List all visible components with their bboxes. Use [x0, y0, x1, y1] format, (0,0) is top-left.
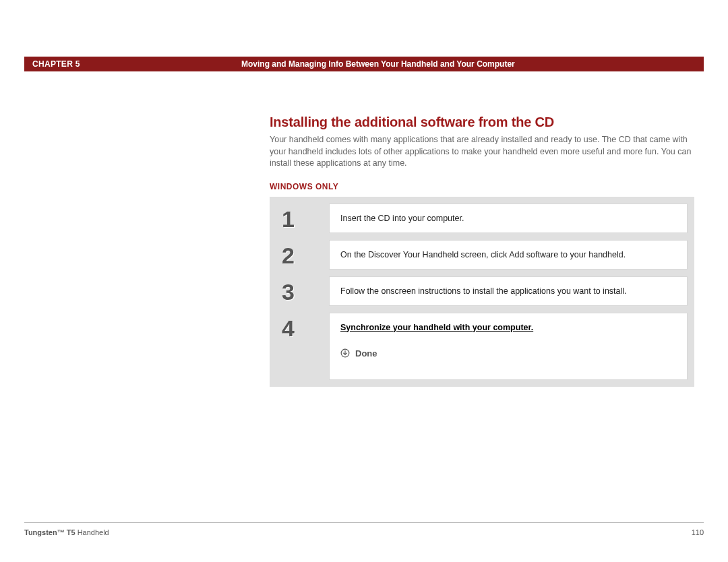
- product-name-rest: Handheld: [75, 528, 109, 536]
- step-body: On the Discover Your Handheld screen, cl…: [329, 240, 688, 270]
- chapter-label: CHAPTER 5: [32, 59, 221, 69]
- step-number: 2: [276, 240, 329, 270]
- chapter-header-bar: CHAPTER 5 Moving and Managing Info Betwe…: [24, 57, 704, 71]
- step-row-2: 2 On the Discover Your Handheld screen, …: [276, 240, 688, 270]
- step-body: Synchronize your handheld with your comp…: [329, 313, 688, 380]
- page-number: 110: [692, 528, 704, 536]
- section-intro: Your handheld comes with many applicatio…: [270, 134, 694, 170]
- done-indicator: Done: [340, 348, 377, 358]
- step-row-3: 3 Follow the onscreen instructions to in…: [276, 276, 688, 306]
- product-name-bold: Tungsten™ T5: [24, 528, 75, 536]
- steps-container: 1 Insert the CD into your computer. 2 On…: [270, 197, 694, 387]
- product-name: Tungsten™ T5 Handheld: [24, 528, 109, 536]
- footer: Tungsten™ T5 Handheld 110: [24, 528, 704, 536]
- step-row-1: 1 Insert the CD into your computer.: [276, 204, 688, 233]
- section-title: Installing the additional software from …: [270, 115, 694, 130]
- footer-divider: [24, 522, 704, 523]
- done-label: Done: [355, 348, 377, 358]
- chapter-title: Moving and Managing Info Between Your Ha…: [221, 59, 696, 69]
- document-page: CHAPTER 5 Moving and Managing Info Betwe…: [0, 0, 728, 562]
- step-row-4: 4 Synchronize your handheld with your co…: [276, 313, 688, 380]
- main-content: Installing the additional software from …: [270, 115, 694, 387]
- arrow-down-icon: [340, 348, 350, 358]
- step-number: 1: [276, 204, 329, 233]
- step-number: 4: [276, 313, 329, 380]
- step-body: Insert the CD into your computer.: [329, 204, 688, 233]
- synchronize-link[interactable]: Synchronize your handheld with your comp…: [340, 323, 533, 332]
- platform-label: WINDOWS ONLY: [270, 182, 694, 191]
- step-number: 3: [276, 276, 329, 306]
- step-body: Follow the onscreen instructions to inst…: [329, 276, 688, 306]
